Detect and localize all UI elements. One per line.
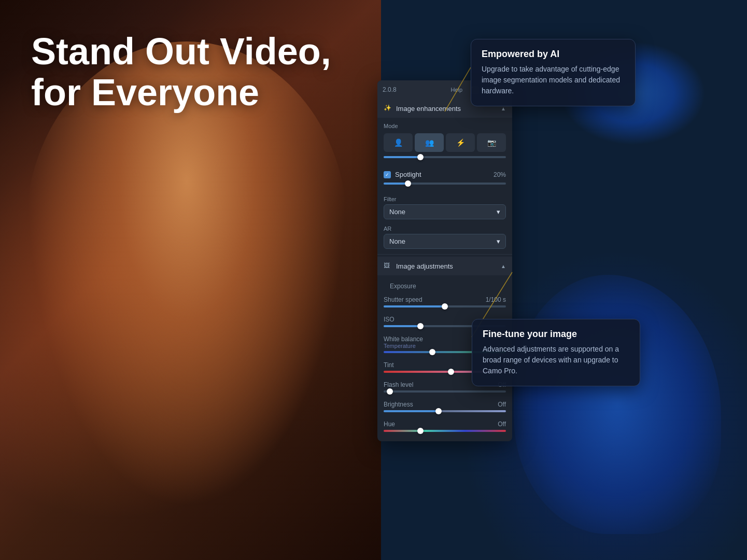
mode-section: Mode 👤 👥 ⚡ 📷 (377, 118, 512, 167)
headline-line1: Stand Out Video, (31, 31, 331, 72)
ar-row: AR None ▾ (377, 222, 512, 252)
mode-slider-track[interactable] (384, 156, 506, 158)
shutter-slider-thumb[interactable] (442, 303, 448, 310)
exposure-row: Exposure (377, 275, 512, 293)
tint-slider-thumb[interactable] (448, 369, 454, 375)
app-version: 2.0.8 (383, 86, 397, 93)
blue-blob-bottom (514, 275, 721, 534)
tooltip-finetune: Fine-tune your image Advanced adjustment… (472, 319, 640, 386)
brightness-value: Off (498, 401, 506, 408)
iso-label: ISO (384, 316, 394, 323)
mode-btn-2[interactable]: 👥 (415, 133, 444, 152)
image-adjustments-title: Image adjustments (396, 262, 453, 270)
divider-1 (377, 254, 512, 255)
spotlight-checkbox[interactable]: ✓ (384, 171, 391, 178)
ar-value: None (389, 237, 405, 245)
brightness-slider-fill (384, 410, 439, 412)
mode-label: Mode (384, 123, 506, 129)
filter-row: Filter None ▾ (377, 193, 512, 222)
ar-select[interactable]: None ▾ (384, 234, 506, 249)
flash-slider-thumb[interactable] (387, 388, 393, 395)
headline-section: Stand Out Video, for Everyone (31, 31, 331, 113)
spotlight-value: 20% (494, 171, 506, 178)
flash-label: Flash level (384, 381, 413, 388)
spotlight-slider-fill (384, 183, 408, 185)
hue-slider-thumb[interactable] (417, 428, 424, 434)
tint-label: Tint (384, 361, 394, 369)
tooltip-ai: Empowered by AI Upgrade to take advantag… (471, 39, 636, 106)
shutter-label: Shutter speed (384, 296, 422, 303)
adjustments-chevron: ▲ (501, 263, 506, 269)
hue-slider-track[interactable] (384, 430, 506, 432)
spotlight-row: ✓ Spotlight 20% (377, 167, 512, 179)
tooltip-ai-body: Upgrade to take advantage of cutting-edg… (482, 64, 625, 96)
mode-slider-thumb[interactable] (417, 154, 424, 160)
shutter-row: Shutter speed 1/100 s (377, 293, 512, 313)
wand-icon: ✨ (384, 104, 392, 113)
image-adjustments-header[interactable]: 🖼 Image adjustments ▲ (377, 257, 512, 275)
flash-slider-track[interactable] (384, 390, 506, 393)
shutter-slider-fill (384, 305, 445, 307)
mode-slider-fill (384, 156, 420, 158)
shutter-value: 1/100 s (486, 296, 506, 303)
iso-slider-fill (384, 325, 420, 327)
spotlight-slider-track[interactable] (384, 183, 506, 185)
mode-btn-3[interactable]: ⚡ (446, 133, 475, 152)
shutter-slider-track[interactable] (384, 305, 506, 307)
brightness-slider-thumb[interactable] (435, 408, 442, 414)
tooltip-finetune-body: Advanced adjustments are supported on a … (483, 344, 629, 376)
exposure-label: Exposure (384, 278, 506, 292)
ar-label: AR (384, 226, 506, 232)
tooltip-ai-title: Empowered by AI (482, 49, 625, 60)
app-panel: 2.0.8 Help ⬛ ▣ — ✨ Image enhancements ▲ … (377, 80, 512, 441)
tooltip-finetune-title: Fine-tune your image (483, 329, 629, 340)
hue-label: Hue (384, 421, 395, 428)
iso-slider-thumb[interactable] (417, 323, 424, 329)
enhancements-chevron: ▲ (501, 106, 506, 111)
headline-line2: for Everyone (31, 72, 331, 113)
brightness-slider-track[interactable] (384, 410, 506, 412)
adjust-icon: 🖼 (384, 262, 392, 270)
brightness-label: Brightness (384, 401, 413, 408)
ar-chevron: ▾ (497, 237, 500, 245)
mode-btn-4[interactable]: 📷 (477, 133, 506, 152)
spotlight-slider-container (377, 179, 512, 193)
help-button[interactable]: Help (447, 86, 466, 94)
spotlight-label: Spotlight (395, 171, 489, 178)
spotlight-slider-thumb[interactable] (405, 180, 411, 187)
image-enhancements-title: Image enhancements (396, 105, 461, 113)
mode-buttons: 👤 👥 ⚡ 📷 (384, 133, 506, 152)
filter-chevron: ▾ (497, 208, 500, 216)
hue-row: Hue Off (377, 417, 512, 437)
mode-btn-1[interactable]: 👤 (384, 133, 413, 152)
hue-value: Off (498, 421, 506, 428)
brightness-row: Brightness Off (377, 398, 512, 417)
filter-select[interactable]: None ▾ (384, 204, 506, 219)
temperature-slider-thumb[interactable] (429, 349, 435, 355)
filter-label: Filter (384, 196, 506, 202)
filter-value: None (389, 208, 405, 216)
